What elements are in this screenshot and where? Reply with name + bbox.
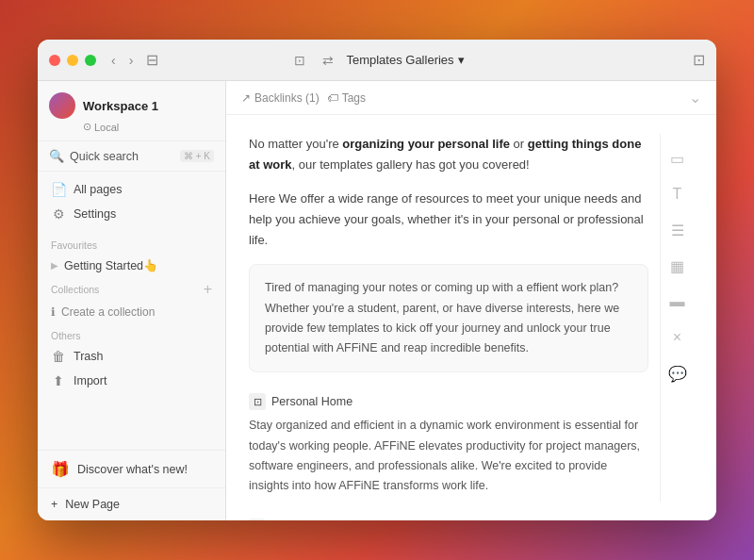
discover-label: Discover what's new! [77,463,188,476]
workspace-section: Workspace 1 ⊙ Local [38,81,225,141]
content-main: No matter you're organizing your persona… [249,134,648,502]
rt-card-button[interactable]: ▭ [664,145,691,172]
discover-button[interactable]: 🎁 Discover what's new! [38,451,225,488]
page-icon-2-button[interactable]: ⇄ [318,51,338,70]
content-toolbar: ↗ Backlinks (1) 🏷 Tags ⌄ [226,81,716,115]
maximize-button[interactable] [85,55,96,66]
tags-button[interactable]: 🏷 Tags [327,91,366,105]
create-collection-item[interactable]: ℹ Create a collection [38,302,225,322]
rt-close-button[interactable]: × [664,324,691,351]
template-2-header: ⊡ Working Home [249,511,648,520]
sidebar-bottom: 🎁 Discover what's new! + New Page [38,450,225,520]
trash-label: Trash [74,350,104,363]
intro-paragraph: No matter you're organizing your persona… [249,134,648,175]
search-bar[interactable]: 🔍 Quick search ⌘ + K [38,141,225,172]
settings-icon: ⚙ [51,206,66,222]
nav-forward-button[interactable]: › [125,51,138,70]
favourites-section-label: Favourites [38,232,225,254]
rt-comment-button[interactable]: 💬 [664,360,691,387]
traffic-lights [49,55,96,66]
sidebar-item-import[interactable]: ⬆ Import [38,369,225,393]
search-icon: 🔍 [49,149,64,163]
rt-divider-button[interactable]: ▬ [664,288,691,315]
collections-row: Collections + [38,277,225,302]
template-1-name: Personal Home [271,395,352,408]
callout-box: Tired of managing your notes or coming u… [249,264,648,372]
sidebar-nav: 📄 All pages ⚙ Settings [38,172,225,232]
search-shortcut: ⌘ + K [180,150,214,162]
backlinks-button[interactable]: ↗ Backlinks (1) [241,91,320,105]
callout-text: Tired of managing your notes or coming u… [265,278,632,358]
discover-icon: 🎁 [51,460,70,478]
close-button[interactable] [49,55,60,66]
main-layout: Workspace 1 ⊙ Local 🔍 Quick search ⌘ + K… [38,81,716,520]
trash-icon: 🗑 [51,349,66,364]
expand-button[interactable]: ⊡ [693,51,705,69]
backlink-icon: ↗ [241,91,251,105]
rt-table-button[interactable]: ▦ [664,253,691,279]
sidebar-toggle-button[interactable]: ⊟ [146,51,158,69]
add-collection-button[interactable]: + [204,282,212,297]
search-label: Quick search [70,150,174,163]
create-collection-label: Create a collection [61,305,155,319]
template-card-working-home[interactable]: ⊡ Working Home [249,511,648,520]
page-title: Templates Galleries ▾ [346,53,464,67]
sidebar-item-settings[interactable]: ⚙ Settings [38,202,225,226]
create-collection-icon: ℹ [51,305,56,319]
settings-label: Settings [74,207,116,221]
new-page-label: New Page [65,498,120,511]
nav-back-button[interactable]: ‹ [107,51,120,70]
workspace-info[interactable]: Workspace 1 [49,92,214,119]
page-icon-1-button[interactable]: ⊡ [289,51,310,70]
template-card-personal-home[interactable]: ⊡ Personal Home Stay organized and effic… [249,386,648,503]
template-1-icon: ⊡ [249,393,266,410]
getting-started-label: Getting Started👆 [64,258,158,272]
sidebar-item-trash[interactable]: 🗑 Trash [38,344,225,369]
workspace-sub: ⊙ Local [83,121,214,133]
others-section-label: Others [38,322,225,344]
rt-text-button[interactable]: T [664,181,691,207]
titlebar-right: ⊡ [693,51,705,69]
minimize-button[interactable] [67,55,78,66]
template-1-description: Stay organized and efficient in a dynami… [249,416,648,503]
sidebar-item-all-pages[interactable]: 📄 All pages [38,177,225,202]
new-page-button[interactable]: + New Page [38,488,225,520]
workspace-name: Workspace 1 [83,99,158,113]
backlinks-label: Backlinks (1) [254,91,320,105]
template-1-header: ⊡ Personal Home [249,386,648,416]
chevron-right-icon: ▶ [51,260,58,271]
template-2-icon: ⊡ [249,519,266,520]
sidebar: Workspace 1 ⊙ Local 🔍 Quick search ⌘ + K… [38,81,226,520]
content-area: ↗ Backlinks (1) 🏷 Tags ⌄ No matter you'r… [226,81,716,520]
titlebar-center: ⊡ ⇄ Templates Galleries ▾ [289,51,464,70]
app-window: ‹ › ⊟ ⊡ ⇄ Templates Galleries ▾ ⊡ Worksp… [38,40,716,520]
right-toolbar: ▭ T ☰ ▦ ▬ × 💬 [660,134,694,502]
workspace-avatar [49,92,75,119]
all-pages-icon: 📄 [51,182,66,197]
tag-icon: 🏷 [327,91,338,105]
import-icon: ⬆ [51,373,66,388]
second-paragraph: Here We offer a wide range of resources … [249,189,648,251]
content-body: No matter you're organizing your persona… [226,115,716,520]
nav-arrows: ‹ › [107,51,137,70]
sidebar-item-getting-started[interactable]: ▶ Getting Started👆 [38,254,225,277]
all-pages-label: All pages [74,183,122,196]
titlebar: ‹ › ⊟ ⊡ ⇄ Templates Galleries ▾ ⊡ [38,40,716,81]
collections-label: Collections [51,284,99,295]
tags-label: Tags [342,91,366,105]
rt-list-button[interactable]: ☰ [664,217,691,243]
collapse-button[interactable]: ⌄ [689,89,701,107]
import-label: Import [74,374,107,387]
new-page-plus-icon: + [51,498,57,511]
